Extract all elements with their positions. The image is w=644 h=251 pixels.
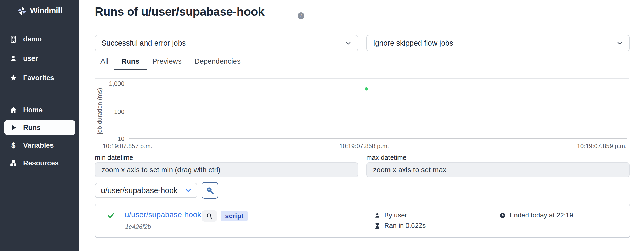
script-path-select[interactable]: u/user/supabase-hook: [95, 183, 197, 198]
job-kind-badge: script: [221, 211, 248, 221]
status-filter-value: Successful and error jobs: [101, 39, 186, 47]
tab-previews[interactable]: Previews: [152, 56, 182, 70]
max-datetime-input[interactable]: [366, 162, 630, 177]
run-inspect-button[interactable]: [202, 210, 217, 222]
y-tick: 10: [101, 135, 124, 143]
min-datetime-label: min datetime: [95, 154, 133, 162]
hourglass-icon: [374, 222, 381, 229]
run-kind-tabs: All Runs Previews Dependencies: [95, 56, 630, 70]
windmill-logo-icon: [17, 6, 27, 16]
person-icon: [374, 212, 381, 219]
sidebar-divider: [0, 94, 79, 94]
sidebar-item-user[interactable]: user: [0, 53, 79, 64]
home-icon: [9, 106, 18, 114]
script-path-value: u/user/supabase-hook: [101, 186, 177, 195]
x-tick: 10:19:07.859 p.m.: [577, 143, 627, 150]
app-logo[interactable]: Windmill: [0, 4, 79, 18]
duration-chart[interactable]: job duration (ms) 1,000 100 10 10:19:07.…: [95, 78, 629, 152]
cubes-icon: [9, 159, 18, 167]
star-icon: [9, 74, 18, 82]
run-meta-ended: Ended today at 22:19: [499, 211, 573, 219]
play-icon: [10, 124, 18, 131]
zoom-out-button[interactable]: [202, 182, 218, 199]
sidebar-item-resources[interactable]: Resources: [0, 157, 79, 169]
app-title: Windmill: [30, 6, 62, 15]
job-id: 1e426f2b: [125, 223, 151, 230]
x-tick: 10:19:07.858 p.m.: [339, 143, 389, 150]
sidebar-item-runs[interactable]: Runs: [4, 120, 75, 135]
chevron-down-icon: [616, 39, 623, 47]
variables-label: Variables: [23, 141, 54, 149]
timeline-dashed-connector: [114, 240, 114, 251]
run-row[interactable]: u/user/supabase-hook script 1e426f2b: [95, 204, 630, 238]
sidebar-item-favorites[interactable]: Favorites: [0, 72, 79, 84]
sidebar-item-variables[interactable]: $ Variables: [0, 139, 79, 151]
sidebar: Windmill demo: [0, 0, 79, 251]
main-content: Runs of u/user/supabase-hook i Successfu…: [79, 0, 644, 251]
resources-label: Resources: [23, 159, 59, 167]
home-label: Home: [23, 106, 43, 114]
tab-runs[interactable]: Runs: [121, 56, 140, 70]
workspace-label: demo: [23, 35, 42, 43]
clock-icon: [499, 212, 506, 219]
success-check-icon: [107, 212, 115, 219]
flow-filter-select[interactable]: Ignore skipped flow jobs: [366, 35, 630, 51]
run-meta-duration: Ran in 0.622s: [374, 222, 426, 230]
status-filter-select[interactable]: Successful and error jobs: [95, 35, 358, 51]
page-title: Runs of u/user/supabase-hook: [95, 5, 264, 19]
max-datetime-label: max datetime: [366, 154, 406, 162]
tab-dependencies[interactable]: Dependencies: [194, 56, 241, 70]
chevron-down-icon: [345, 39, 352, 47]
chart-point[interactable]: [365, 87, 368, 91]
min-datetime-input[interactable]: [95, 162, 358, 177]
zoom-out-icon: [205, 186, 215, 195]
run-meta-by: By user: [374, 211, 407, 219]
sidebar-item-home[interactable]: Home: [0, 104, 79, 116]
run-path-link[interactable]: u/user/supabase-hook: [125, 210, 201, 219]
favorites-label: Favorites: [23, 74, 54, 82]
windmill-runs-page: Windmill demo: [0, 0, 644, 251]
runs-label: Runs: [23, 124, 41, 132]
sidebar-divider: [0, 23, 79, 23]
building-icon: [9, 35, 18, 43]
tab-all[interactable]: All: [100, 56, 109, 70]
info-icon[interactable]: i: [298, 12, 304, 19]
username-label: user: [23, 55, 38, 63]
dollar-icon: $: [9, 141, 18, 149]
search-icon: [206, 212, 213, 220]
x-tick: 10:19:07.857 p.m.: [103, 143, 152, 150]
flow-filter-value: Ignore skipped flow jobs: [373, 39, 453, 47]
sidebar-item-workspace[interactable]: demo: [0, 33, 79, 45]
y-tick: 1,000: [101, 80, 124, 87]
chevron-down-icon: [184, 187, 192, 194]
chart-plot-area[interactable]: [129, 83, 627, 139]
y-tick: 100: [101, 108, 124, 115]
user-icon: [9, 54, 18, 63]
